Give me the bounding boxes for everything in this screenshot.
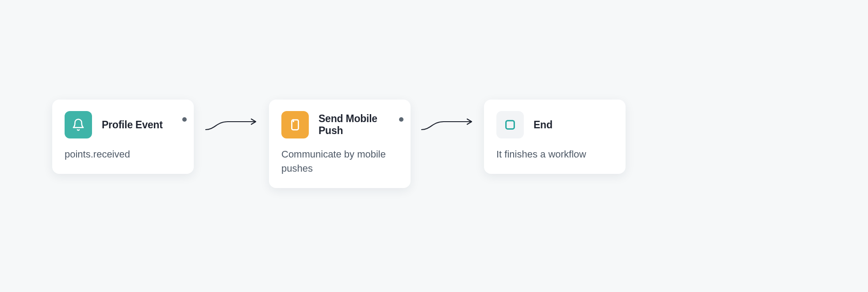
- svg-rect-2: [506, 121, 515, 129]
- bell-icon: [65, 111, 92, 138]
- node-description: points.received: [65, 147, 181, 161]
- square-icon: [496, 111, 524, 138]
- node-description: It finishes a workflow: [496, 147, 613, 161]
- status-dot: [182, 117, 187, 122]
- node-title: Send Mobile Push: [319, 113, 398, 137]
- node-profile-event[interactable]: Profile Event points.received: [52, 100, 194, 174]
- device-icon: [281, 111, 309, 138]
- node-end[interactable]: End It finishes a workflow: [484, 100, 626, 174]
- status-dot: [399, 117, 403, 122]
- node-description: Communicate by mobile pushes: [281, 147, 398, 176]
- node-title: Profile Event: [102, 119, 163, 131]
- connector-arrow: [419, 117, 481, 135]
- connector-arrow: [204, 117, 265, 135]
- node-title: End: [534, 119, 553, 131]
- node-send-mobile-push[interactable]: Send Mobile Push Communicate by mobile p…: [269, 100, 411, 188]
- workflow-canvas[interactable]: Profile Event points.received Send Mobil…: [0, 0, 868, 292]
